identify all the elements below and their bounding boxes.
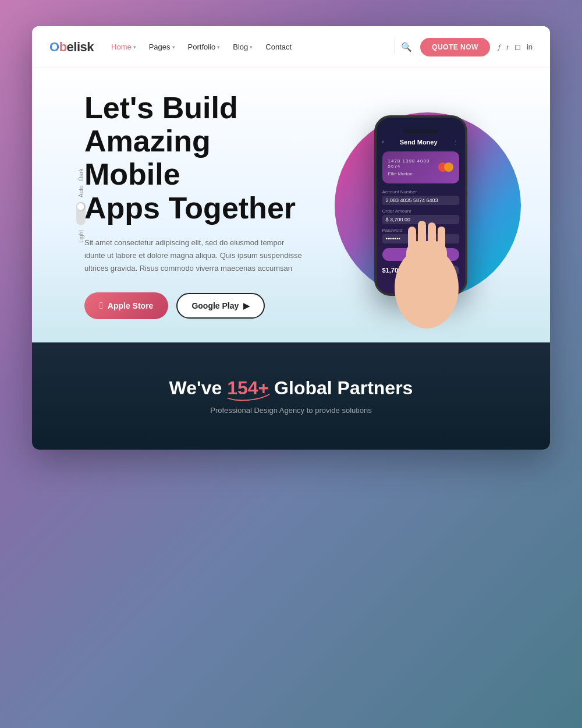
hero-section: Light Auto Dark Let's Build Amazing Mobi…	[32, 68, 550, 342]
phone-menu-icon[interactable]: ⋮	[453, 139, 459, 145]
play-icon: ▶	[243, 301, 250, 310]
social-icons: 𝑓 𝑡 ◻ in	[498, 43, 533, 52]
nav-portfolio[interactable]: Portfolio ▾	[188, 43, 221, 51]
search-icon[interactable]: 🔍	[401, 42, 412, 52]
phone-mockup: ‹ Send Money ⋮ 1478 1398 4009 5674 Ellie…	[374, 115, 467, 296]
mastercard-icon	[438, 162, 453, 172]
phone-card-widget: 1478 1398 4009 5674 Ellie Morton	[382, 151, 459, 183]
partners-number: 154+	[227, 377, 269, 398]
hand-illustration	[374, 183, 479, 331]
theme-track[interactable]	[76, 202, 86, 225]
svg-rect-3	[418, 221, 426, 256]
phone-notch	[403, 129, 438, 134]
svg-rect-4	[428, 222, 436, 256]
nav-contact[interactable]: Contact	[265, 43, 292, 51]
theme-track-thumb	[77, 203, 84, 210]
logo: Obelisk	[49, 40, 94, 55]
phone-title: Send Money	[400, 139, 438, 146]
hero-description: Sit amet consectetur adipiscing elit, se…	[84, 236, 306, 275]
partners-title: We've 154+ Global Partners	[169, 377, 413, 399]
nav-home[interactable]: Home ▾	[111, 43, 136, 51]
mc-yellow-circle	[444, 162, 453, 172]
hero-content: Let's Build Amazing Mobile Apps Together…	[84, 91, 308, 319]
theme-switcher: Light Auto Dark	[76, 168, 86, 242]
nav-pages[interactable]: Pages ▾	[149, 43, 175, 51]
partners-subtitle: Professional Design Agency to provide so…	[210, 406, 372, 415]
quote-now-button[interactable]: QUOTE NOW	[420, 38, 490, 56]
svg-rect-2	[408, 227, 416, 259]
phone-header: ‹ Send Money ⋮	[382, 139, 459, 146]
portfolio-chevron-icon: ▾	[217, 44, 220, 50]
theme-auto[interactable]: Auto	[77, 185, 84, 197]
apple-icon: 	[100, 301, 103, 311]
nav-right: 🔍 QUOTE NOW 𝑓 𝑡 ◻ in	[401, 38, 533, 56]
home-chevron-icon: ▾	[133, 44, 136, 50]
nav-divider	[395, 40, 395, 54]
apple-store-button[interactable]:  Apple Store	[84, 292, 168, 319]
navbar: Obelisk Home ▾ Pages ▾ Portfolio ▾ Blog …	[32, 26, 550, 68]
twitter-icon[interactable]: 𝑡	[506, 43, 509, 52]
card-number: 1478 1398 4009 5674	[388, 158, 438, 169]
pages-chevron-icon: ▾	[172, 44, 175, 50]
google-play-button[interactable]: Google Play ▶	[176, 293, 265, 319]
browser-window: Obelisk Home ▾ Pages ▾ Portfolio ▾ Blog …	[32, 26, 550, 450]
nav-blog[interactable]: Blog ▾	[233, 43, 253, 51]
theme-light[interactable]: Light	[77, 230, 84, 243]
card-holder: Ellie Morton	[388, 171, 438, 176]
card-info: 1478 1398 4009 5674 Ellie Morton	[388, 158, 438, 176]
facebook-icon[interactable]: 𝑓	[498, 43, 501, 52]
phone-back-icon[interactable]: ‹	[382, 139, 384, 145]
svg-rect-5	[438, 227, 445, 257]
linkedin-icon[interactable]: in	[527, 43, 533, 51]
theme-dark[interactable]: Dark	[77, 168, 84, 181]
partners-section: We've 154+ Global Partners Professional …	[32, 342, 550, 450]
hero-buttons:  Apple Store Google Play ▶	[84, 292, 308, 319]
hero-title: Let's Build Amazing Mobile Apps Together	[84, 91, 308, 225]
hero-visual: ‹ Send Money ⋮ 1478 1398 4009 5674 Ellie…	[308, 115, 533, 296]
nav-links: Home ▾ Pages ▾ Portfolio ▾ Blog ▾ Contac…	[111, 43, 389, 51]
instagram-icon[interactable]: ◻	[514, 43, 521, 51]
blog-chevron-icon: ▾	[250, 44, 253, 50]
